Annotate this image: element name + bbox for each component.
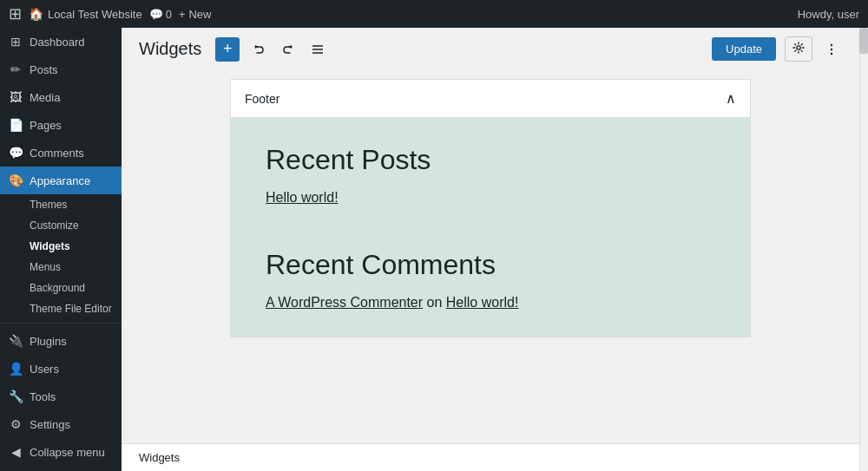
sidebar-item-posts[interactable]: ✏ Posts	[0, 56, 122, 83]
sidebar-subitem-menus[interactable]: Menus	[0, 257, 122, 278]
sidebar-label-plugins: Plugins	[30, 335, 67, 348]
settings-gear-button[interactable]	[785, 36, 812, 62]
sidebar-label-tools: Tools	[30, 390, 56, 403]
sidebar-label-appearance: Appearance	[30, 174, 90, 187]
content-area: Widgets + Update	[122, 28, 859, 471]
admin-sidebar: ⊞ Dashboard ✏ Posts 🖼 Media 📄 Pages 💬 Co…	[0, 28, 122, 471]
sidebar-item-plugins[interactable]: 🔌 Plugins	[0, 327, 122, 355]
recent-comments-title: Recent Comments	[266, 249, 715, 281]
menus-label: Menus	[30, 261, 61, 273]
widgets-label: Widgets	[30, 240, 70, 252]
customize-label: Customize	[30, 219, 79, 232]
comment-post-link[interactable]: Hello world!	[446, 295, 519, 310]
sidebar-label-users: Users	[30, 363, 59, 376]
page-scrollbar[interactable]	[859, 28, 868, 471]
sidebar-item-appearance[interactable]: 🎨 Appearance	[0, 167, 122, 194]
widgets-content-area[interactable]: Footer ∧ Recent Posts Hello world! Recen…	[122, 70, 859, 443]
scrollbar-thumb	[859, 28, 868, 54]
list-view-icon	[311, 43, 325, 56]
plugins-icon: 🔌	[9, 334, 23, 348]
footer-section-label: Footer	[245, 92, 279, 106]
undo-button[interactable]	[248, 39, 269, 60]
sidebar-item-settings[interactable]: ⚙ Settings	[0, 410, 122, 438]
hello-world-post-link[interactable]: Hello world!	[266, 190, 715, 206]
users-icon: 👤	[9, 362, 23, 376]
svg-point-4	[831, 43, 832, 45]
wp-logo-icon[interactable]: ⊞	[9, 4, 22, 23]
user-greeting: Howdy, user	[798, 8, 859, 21]
pages-icon: 📄	[9, 118, 23, 132]
sidebar-item-tools[interactable]: 🔧 Tools	[0, 383, 122, 410]
sidebar-label-pages: Pages	[30, 119, 62, 132]
redo-icon	[281, 43, 295, 56]
footer-section-body: Recent Posts Hello world! Recent Comment…	[230, 118, 751, 337]
comments-link[interactable]: 💬 0	[149, 8, 172, 21]
appearance-icon: 🎨	[9, 173, 23, 187]
site-name: Local Test Website	[48, 8, 142, 21]
tools-icon: 🔧	[9, 389, 23, 403]
new-content-link[interactable]: + New	[179, 8, 212, 21]
footer-section-header[interactable]: Footer ∧	[230, 79, 751, 118]
sidebar-item-comments[interactable]: 💬 Comments	[0, 139, 122, 167]
theme-file-editor-label: Theme File Editor	[30, 303, 112, 315]
sidebar-item-users[interactable]: 👤 Users	[0, 355, 122, 383]
svg-point-6	[831, 52, 832, 54]
undo-icon	[252, 43, 266, 56]
page-header: Widgets + Update	[122, 28, 859, 70]
sidebar-subitem-customize[interactable]: Customize	[0, 215, 122, 236]
sidebar-label-dashboard: Dashboard	[30, 36, 85, 49]
bottom-status-bar: Widgets	[122, 443, 859, 471]
sidebar-subitem-theme-file-editor[interactable]: Theme File Editor	[0, 298, 122, 319]
sidebar-item-media[interactable]: 🖼 Media	[0, 83, 122, 111]
list-view-button[interactable]	[307, 39, 328, 60]
comment-entry: A WordPress Commenter on Hello world!	[266, 295, 715, 311]
comments-count: 0	[166, 8, 172, 21]
sidebar-item-dashboard[interactable]: ⊞ Dashboard	[0, 28, 122, 56]
sidebar-subitem-background[interactable]: Background	[0, 278, 122, 298]
media-icon: 🖼	[9, 90, 23, 104]
site-name-link[interactable]: 🏠 Local Test Website	[29, 7, 142, 21]
sidebar-label-comments: Comments	[30, 147, 84, 160]
chevron-up-icon: ∧	[726, 90, 736, 107]
comments-menu-icon: 💬	[9, 146, 23, 160]
footer-widget-section: Footer ∧ Recent Posts Hello world! Recen…	[230, 79, 751, 337]
commenter-link[interactable]: A WordPress Commenter	[266, 295, 423, 310]
svg-point-3	[797, 46, 800, 49]
sidebar-label-settings: Settings	[30, 418, 70, 431]
on-text: on	[427, 295, 446, 310]
sidebar-subitem-widgets[interactable]: Widgets	[0, 236, 122, 257]
home-icon: 🏠	[29, 7, 43, 21]
bottom-label: Widgets	[139, 451, 180, 464]
sidebar-label-collapse: Collapse menu	[30, 446, 105, 459]
themes-label: Themes	[30, 199, 67, 211]
recent-posts-title: Recent Posts	[266, 144, 715, 176]
collapse-icon: ◀	[9, 445, 23, 459]
background-label: Background	[30, 282, 85, 294]
more-options-button[interactable]	[821, 39, 842, 60]
new-label: New	[188, 8, 211, 21]
comments-icon: 💬	[149, 8, 163, 21]
sidebar-item-collapse[interactable]: ◀ Collapse menu	[0, 438, 122, 466]
sidebar-subitem-themes[interactable]: Themes	[0, 194, 122, 215]
sidebar-label-media: Media	[30, 91, 60, 104]
plus-icon: +	[179, 8, 186, 21]
posts-icon: ✏	[9, 62, 23, 76]
redo-button[interactable]	[278, 39, 299, 60]
settings-icon: ⚙	[9, 417, 23, 431]
update-button[interactable]: Update	[712, 37, 776, 61]
add-widget-button[interactable]: +	[215, 37, 240, 62]
sidebar-item-pages[interactable]: 📄 Pages	[0, 111, 122, 139]
ellipsis-vertical-icon	[825, 43, 838, 56]
svg-point-5	[831, 48, 832, 49]
page-title: Widgets	[139, 39, 201, 59]
dashboard-icon: ⊞	[9, 35, 23, 49]
sidebar-label-posts: Posts	[30, 63, 58, 76]
gear-icon	[792, 42, 805, 54]
admin-bar: ⊞ 🏠 Local Test Website 💬 0 + New Howdy, …	[0, 0, 868, 28]
